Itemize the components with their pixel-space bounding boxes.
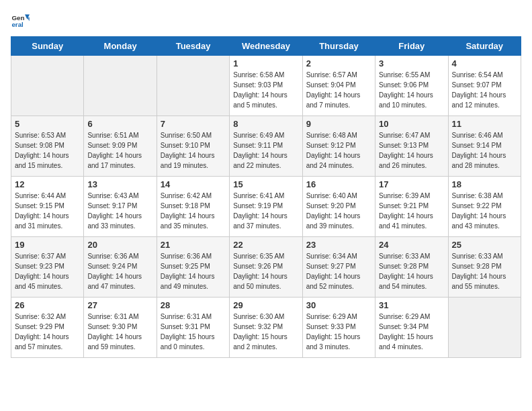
day-info: Sunrise: 6:43 AMSunset: 9:17 PMDaylight:… [87, 191, 152, 231]
calendar-week-row: 26Sunrise: 6:32 AMSunset: 9:29 PMDayligh… [11, 298, 521, 358]
calendar-cell: 26Sunrise: 6:32 AMSunset: 9:29 PMDayligh… [11, 298, 84, 358]
day-number: 15 [233, 179, 298, 189]
day-number: 2 [306, 58, 371, 68]
day-info: Sunrise: 6:46 AMSunset: 9:14 PMDaylight:… [452, 130, 517, 171]
day-info: Sunrise: 6:41 AMSunset: 9:19 PMDaylight:… [233, 191, 298, 231]
day-number: 7 [161, 119, 226, 129]
calendar-cell: 21Sunrise: 6:36 AMSunset: 9:25 PMDayligh… [157, 237, 229, 298]
day-info: Sunrise: 6:37 AMSunset: 9:23 PMDaylight:… [15, 251, 80, 291]
day-info: Sunrise: 6:40 AMSunset: 9:20 PMDaylight:… [306, 191, 371, 231]
day-number: 22 [233, 240, 298, 250]
calendar-cell: 16Sunrise: 6:40 AMSunset: 9:20 PMDayligh… [302, 177, 375, 237]
weekday-header: Saturday [448, 37, 521, 56]
day-number: 11 [452, 119, 517, 129]
day-number: 28 [161, 300, 226, 310]
day-number: 5 [15, 119, 80, 129]
calendar-cell: 7Sunrise: 6:50 AMSunset: 9:10 PMDaylight… [157, 116, 229, 177]
day-info: Sunrise: 6:54 AMSunset: 9:07 PMDaylight:… [452, 70, 517, 110]
day-info: Sunrise: 6:36 AMSunset: 9:24 PMDaylight:… [87, 251, 152, 291]
day-number: 25 [452, 240, 517, 250]
calendar-cell: 27Sunrise: 6:31 AMSunset: 9:30 PMDayligh… [84, 298, 157, 358]
weekday-header: Tuesday [157, 37, 229, 56]
calendar-cell: 1Sunrise: 6:58 AMSunset: 9:03 PMDaylight… [230, 56, 302, 116]
calendar-cell: 28Sunrise: 6:31 AMSunset: 9:31 PMDayligh… [157, 298, 229, 358]
calendar-cell: 10Sunrise: 6:47 AMSunset: 9:13 PMDayligh… [375, 116, 448, 177]
day-info: Sunrise: 6:49 AMSunset: 9:11 PMDaylight:… [233, 130, 298, 171]
day-info: Sunrise: 6:57 AMSunset: 9:04 PMDaylight:… [306, 70, 371, 110]
day-number: 13 [87, 179, 152, 189]
day-number: 23 [306, 240, 371, 250]
weekday-header: Friday [375, 37, 448, 56]
day-info: Sunrise: 6:33 AMSunset: 9:28 PMDaylight:… [379, 251, 444, 291]
calendar-cell [11, 56, 84, 116]
day-info: Sunrise: 6:53 AMSunset: 9:08 PMDaylight:… [15, 130, 80, 171]
day-info: Sunrise: 6:32 AMSunset: 9:29 PMDaylight:… [15, 312, 80, 352]
calendar-table: SundayMondayTuesdayWednesdayThursdayFrid… [11, 36, 521, 358]
day-number: 4 [452, 58, 517, 68]
day-number: 24 [379, 240, 444, 250]
calendar-cell: 4Sunrise: 6:54 AMSunset: 9:07 PMDaylight… [448, 56, 521, 116]
calendar-cell: 22Sunrise: 6:35 AMSunset: 9:26 PMDayligh… [230, 237, 302, 298]
weekday-header: Wednesday [230, 37, 302, 56]
day-info: Sunrise: 6:31 AMSunset: 9:31 PMDaylight:… [161, 312, 226, 352]
calendar-cell: 25Sunrise: 6:33 AMSunset: 9:28 PMDayligh… [448, 237, 521, 298]
day-info: Sunrise: 6:47 AMSunset: 9:13 PMDaylight:… [379, 130, 444, 171]
calendar-cell: 3Sunrise: 6:55 AMSunset: 9:06 PMDaylight… [375, 56, 448, 116]
day-info: Sunrise: 6:29 AMSunset: 9:34 PMDaylight:… [379, 312, 444, 352]
day-info: Sunrise: 6:51 AMSunset: 9:09 PMDaylight:… [87, 130, 152, 171]
calendar-cell: 6Sunrise: 6:51 AMSunset: 9:09 PMDaylight… [84, 116, 157, 177]
calendar-week-row: 5Sunrise: 6:53 AMSunset: 9:08 PMDaylight… [11, 116, 521, 177]
day-number: 20 [87, 240, 152, 250]
day-info: Sunrise: 6:34 AMSunset: 9:27 PMDaylight:… [306, 251, 371, 291]
calendar-cell [448, 298, 521, 358]
day-number: 9 [306, 119, 371, 129]
calendar-cell: 17Sunrise: 6:39 AMSunset: 9:21 PMDayligh… [375, 177, 448, 237]
calendar-week-row: 1Sunrise: 6:58 AMSunset: 9:03 PMDaylight… [11, 56, 521, 116]
calendar-cell: 2Sunrise: 6:57 AMSunset: 9:04 PMDaylight… [302, 56, 375, 116]
day-info: Sunrise: 6:31 AMSunset: 9:30 PMDaylight:… [87, 312, 152, 352]
day-info: Sunrise: 6:48 AMSunset: 9:12 PMDaylight:… [306, 130, 371, 171]
day-number: 27 [87, 300, 152, 310]
calendar-cell: 29Sunrise: 6:30 AMSunset: 9:32 PMDayligh… [230, 298, 302, 358]
day-info: Sunrise: 6:55 AMSunset: 9:06 PMDaylight:… [379, 70, 444, 110]
calendar-cell: 24Sunrise: 6:33 AMSunset: 9:28 PMDayligh… [375, 237, 448, 298]
calendar-cell: 13Sunrise: 6:43 AMSunset: 9:17 PMDayligh… [84, 177, 157, 237]
calendar-cell: 14Sunrise: 6:42 AMSunset: 9:18 PMDayligh… [157, 177, 229, 237]
day-number: 18 [452, 179, 517, 189]
day-info: Sunrise: 6:36 AMSunset: 9:25 PMDaylight:… [161, 251, 226, 291]
day-number: 10 [379, 119, 444, 129]
day-info: Sunrise: 6:38 AMSunset: 9:22 PMDaylight:… [452, 191, 517, 231]
day-number: 29 [233, 300, 298, 310]
day-number: 31 [379, 300, 444, 310]
day-number: 14 [161, 179, 226, 189]
day-number: 19 [15, 240, 80, 250]
svg-marker-3 [26, 17, 30, 21]
day-number: 12 [15, 179, 80, 189]
calendar-cell: 5Sunrise: 6:53 AMSunset: 9:08 PMDaylight… [11, 116, 84, 177]
day-number: 6 [87, 119, 152, 129]
calendar-cell [157, 56, 229, 116]
calendar-week-row: 12Sunrise: 6:44 AMSunset: 9:15 PMDayligh… [11, 177, 521, 237]
page-header: Gen eral [11, 11, 521, 30]
calendar-cell [84, 56, 157, 116]
day-info: Sunrise: 6:33 AMSunset: 9:28 PMDaylight:… [452, 251, 517, 291]
day-info: Sunrise: 6:42 AMSunset: 9:18 PMDaylight:… [161, 191, 226, 231]
logo: Gen eral [11, 11, 32, 30]
calendar-cell: 23Sunrise: 6:34 AMSunset: 9:27 PMDayligh… [302, 237, 375, 298]
day-info: Sunrise: 6:44 AMSunset: 9:15 PMDaylight:… [15, 191, 80, 231]
day-info: Sunrise: 6:39 AMSunset: 9:21 PMDaylight:… [379, 191, 444, 231]
calendar-cell: 15Sunrise: 6:41 AMSunset: 9:19 PMDayligh… [230, 177, 302, 237]
calendar-cell: 8Sunrise: 6:49 AMSunset: 9:11 PMDaylight… [230, 116, 302, 177]
calendar-header-row: SundayMondayTuesdayWednesdayThursdayFrid… [11, 37, 521, 56]
calendar-cell: 30Sunrise: 6:29 AMSunset: 9:33 PMDayligh… [302, 298, 375, 358]
calendar-week-row: 19Sunrise: 6:37 AMSunset: 9:23 PMDayligh… [11, 237, 521, 298]
calendar-cell: 11Sunrise: 6:46 AMSunset: 9:14 PMDayligh… [448, 116, 521, 177]
calendar-cell: 9Sunrise: 6:48 AMSunset: 9:12 PMDaylight… [302, 116, 375, 177]
day-number: 16 [306, 179, 371, 189]
calendar-cell: 31Sunrise: 6:29 AMSunset: 9:34 PMDayligh… [375, 298, 448, 358]
calendar-cell: 19Sunrise: 6:37 AMSunset: 9:23 PMDayligh… [11, 237, 84, 298]
calendar-cell: 12Sunrise: 6:44 AMSunset: 9:15 PMDayligh… [11, 177, 84, 237]
day-number: 3 [379, 58, 444, 68]
day-info: Sunrise: 6:50 AMSunset: 9:10 PMDaylight:… [161, 130, 226, 171]
day-number: 8 [233, 119, 298, 129]
